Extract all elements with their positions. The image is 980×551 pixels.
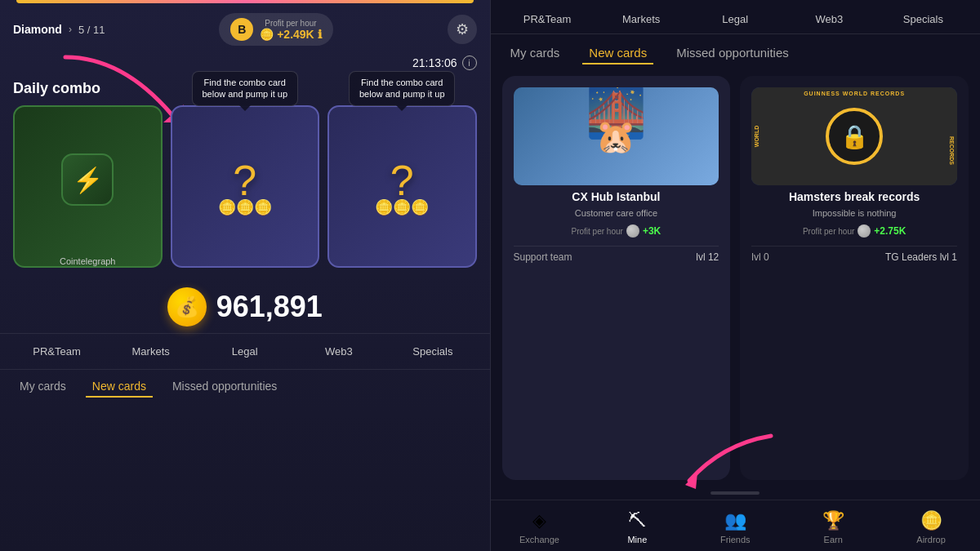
cat-tab-web3-left[interactable]: Web3 — [292, 340, 385, 362]
cat-tab-markets-right[interactable]: Markets — [595, 8, 688, 33]
card-sub-tabs-left: My cards New cards Missed opportunities — [0, 370, 490, 401]
hamster-mascot: 🐹 — [595, 118, 636, 156]
daily-combo-section: Daily combo ⚡ Cointelegraph Find the com… — [0, 73, 490, 274]
lock-icon: 🔒 — [840, 123, 869, 150]
timer-info-icon[interactable]: i — [462, 56, 477, 70]
nav-mine[interactable]: ⛏ Mine — [588, 507, 686, 548]
tab-newcards-left[interactable]: New cards — [86, 376, 153, 398]
guinness-name: Hamsters break records — [751, 190, 957, 203]
profit-coin-cx — [626, 224, 639, 238]
header-bar: Diamond › 5 / 11 B Profit per hour 🪙 +2.… — [0, 3, 490, 52]
cards-grid: 🐹 CX Hub Istanbul Customer care office P… — [491, 64, 981, 491]
profit-text: Profit per hour 🪙 +2.49K ℹ — [260, 19, 321, 41]
profit-value: 🪙 +2.49K ℹ — [260, 28, 321, 41]
cx-hub-profit-label: Profit per hour — [572, 227, 623, 236]
cx-hub-name: CX Hub Istanbul — [514, 190, 719, 203]
cat-tab-legal-right[interactable]: Legal — [688, 8, 782, 33]
coin-pile-2: 🪙🪙🪙 — [375, 198, 429, 216]
balance-row: 💰 961,891 — [0, 274, 490, 333]
nav-mine-label: Mine — [627, 535, 647, 544]
guinness-profit-row: Profit per hour +2.75K — [751, 224, 957, 238]
guinness-profit-value: +2.75K — [874, 225, 906, 237]
league-progress: 5 / 11 — [78, 24, 105, 36]
guinness-right-text: RECORDS — [949, 136, 955, 165]
guinness-bg: GUINNESS WORLD RECORDS WORLD 🔒 RECORDS — [751, 87, 957, 185]
league-label: Diamond — [13, 23, 62, 36]
airdrop-icon: 🪙 — [920, 510, 942, 531]
combo-card-unknown-2[interactable]: Find the combo card below and pump it up… — [327, 105, 477, 268]
guinness-footer: lvl 0 TG Leaders lvl 1 — [751, 246, 957, 263]
friends-icon: 👥 — [724, 510, 746, 531]
svg-marker-1 — [685, 473, 697, 489]
profit-label: Profit per hour — [265, 19, 316, 28]
balance-coin-icon: 💰 — [167, 287, 207, 327]
guinness-ring: 🔒 — [826, 108, 883, 165]
tab-missed-left[interactable]: Missed opportunities — [166, 376, 283, 398]
tooltip-1: Find the combo card below and pump it up — [192, 71, 298, 106]
guinness-top-text: GUINNESS WORLD RECORDS — [751, 91, 957, 96]
left-panel: Diamond › 5 / 11 B Profit per hour 🪙 +2.… — [0, 0, 490, 551]
nav-friends[interactable]: 👥 Friends — [686, 507, 784, 548]
combo-card-cointelegraph[interactable]: ⚡ Cointelegraph — [13, 105, 163, 268]
settings-button[interactable]: ⚙ — [448, 15, 477, 44]
chevron-right-icon: › — [69, 24, 72, 35]
category-tabs-left: PR&Team Markets Legal Web3 Specials — [0, 333, 490, 370]
cx-hub-image: 🐹 — [514, 87, 719, 185]
nav-airdrop-label: Airdrop — [916, 535, 945, 544]
category-tabs-right: PR&Team Markets Legal Web3 Specials — [491, 0, 981, 34]
cx-hub-bg: 🐹 — [514, 87, 719, 185]
cat-tab-legal-left[interactable]: Legal — [198, 340, 292, 362]
question-icon-2: ? — [390, 156, 414, 205]
league-info[interactable]: Diamond › 5 / 11 — [13, 23, 105, 36]
scroll-indicator — [710, 491, 760, 495]
cat-tab-specials-right[interactable]: Specials — [876, 8, 970, 33]
cat-tab-specials-left[interactable]: Specials — [385, 340, 479, 362]
tab-mycards-right[interactable]: My cards — [504, 42, 567, 64]
cx-hub-footer: Support team lvl 12 — [514, 246, 719, 263]
cx-hub-profit-value: +3K — [643, 225, 661, 237]
timer-display: 21:13:06 — [412, 56, 457, 69]
guinness-subtitle: Impossible is nothing — [751, 208, 957, 218]
tab-newcards-right[interactable]: New cards — [582, 42, 653, 64]
guinness-level-label: TG Leaders lvl 1 — [885, 251, 957, 263]
tab-mycards-left[interactable]: My cards — [13, 376, 73, 398]
tooltip-2: Find the combo card below and pump it up — [349, 71, 455, 106]
cat-tab-prteam-left[interactable]: PR&Team — [10, 340, 104, 362]
cx-hub-subtitle: Customer care office — [514, 208, 719, 218]
card-hamsters-records[interactable]: GUINNESS WORLD RECORDS WORLD 🔒 RECORDS H… — [740, 76, 969, 480]
tab-missed-right[interactable]: Missed opportunities — [670, 42, 795, 64]
combo-cards: ⚡ Cointelegraph Find the combo card belo… — [13, 105, 477, 268]
cx-hub-level-num: lvl 12 — [696, 251, 719, 263]
guinness-level-pre: lvl 0 — [751, 251, 768, 263]
nav-exchange[interactable]: ◈ Exchange — [491, 507, 589, 548]
coin-pile-1: 🪙🪙🪙 — [218, 198, 272, 216]
card-cx-hub[interactable]: 🐹 CX Hub Istanbul Customer care office P… — [502, 76, 731, 480]
question-icon-1: ? — [233, 156, 256, 205]
bottom-nav: ◈ Exchange ⛏ Mine 👥 Friends 🏆 Earn 🪙 Air… — [491, 500, 981, 551]
profit-coin-guinness — [858, 224, 871, 238]
nav-airdrop[interactable]: 🪙 Airdrop — [882, 507, 980, 548]
right-panel: PR&Team Markets Legal Web3 Specials My c… — [491, 0, 981, 551]
cat-tab-markets-left[interactable]: Markets — [104, 340, 198, 362]
nav-earn-label: Earn — [824, 535, 843, 544]
earn-icon: 🏆 — [822, 510, 844, 531]
nav-friends-label: Friends — [720, 535, 751, 544]
cat-tab-web3-right[interactable]: Web3 — [782, 8, 876, 33]
guinness-left-text: WORLD — [754, 126, 760, 147]
combo-card-unknown-1[interactable]: Find the combo card below and pump it up… — [171, 105, 320, 268]
card-sub-tabs-right: My cards New cards Missed opportunities — [491, 34, 981, 64]
guinness-profit-label: Profit per hour — [803, 227, 854, 236]
cx-hub-profit-row: Profit per hour +3K — [514, 224, 719, 238]
binance-icon: B — [230, 18, 253, 41]
mine-icon: ⛏ — [628, 510, 646, 531]
nav-earn[interactable]: 🏆 Earn — [784, 507, 882, 548]
exchange-icon: ◈ — [532, 510, 546, 531]
nav-exchange-label: Exchange — [519, 535, 559, 544]
cointelegraph-label: Cointelegraph — [60, 256, 116, 266]
cat-tab-prteam-right[interactable]: PR&Team — [501, 8, 595, 33]
balance-amount: 961,891 — [216, 290, 323, 324]
profit-bar: B Profit per hour 🪙 +2.49K ℹ — [219, 13, 332, 46]
cx-hub-level: Support team — [514, 251, 572, 263]
guinness-image: GUINNESS WORLD RECORDS WORLD 🔒 RECORDS — [751, 87, 957, 185]
